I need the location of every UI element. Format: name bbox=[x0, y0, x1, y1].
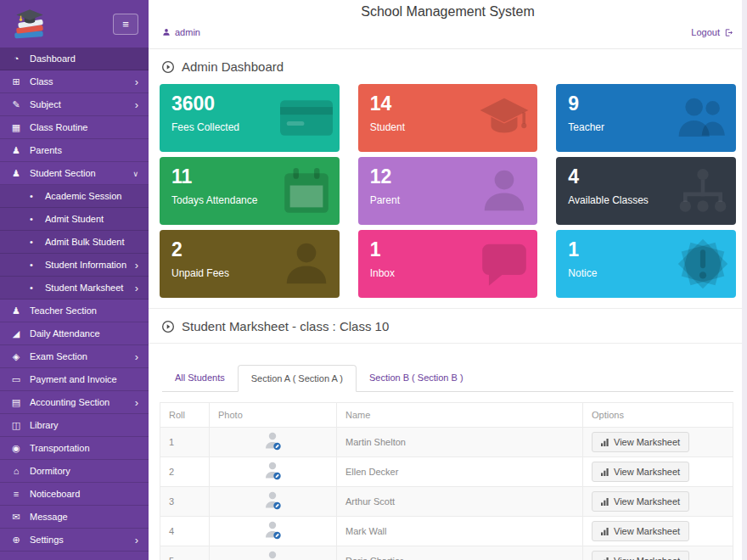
user-icon bbox=[10, 145, 22, 156]
bar-chart-icon bbox=[601, 439, 609, 446]
view-marksheet-button[interactable]: View Marksheet bbox=[592, 491, 689, 512]
stat-card-inbox[interactable]: 1 Inbox bbox=[358, 230, 538, 298]
circle-arrow-icon bbox=[161, 60, 175, 74]
home-icon bbox=[10, 466, 22, 476]
stat-card-unpaid-fees[interactable]: 2 Unpaid Fees bbox=[160, 230, 340, 298]
bullet-icon bbox=[25, 260, 37, 270]
chevron-right-icon bbox=[135, 282, 138, 294]
sidebar-item-label: Message bbox=[30, 512, 68, 522]
marksheet-heading: Student Marksheet - class : Class 10 bbox=[149, 308, 747, 344]
sidebar-item-student-marksheet[interactable]: Student Marksheet bbox=[0, 277, 149, 300]
sidebar-item-dashboard[interactable]: Dashboard bbox=[0, 48, 149, 70]
topbar: admin Logout bbox=[149, 20, 747, 49]
sidebar-item-label: Academic Session bbox=[45, 191, 122, 201]
sidebar-item-accounting-section[interactable]: Accounting Section bbox=[0, 391, 149, 414]
main-content: School Management System admin Logout Ad… bbox=[149, 0, 747, 560]
sidebar-header: ≡ bbox=[0, 0, 149, 48]
view-marksheet-button[interactable]: View Marksheet bbox=[592, 551, 689, 560]
name-cell: Ellen Decker bbox=[337, 457, 583, 487]
sidebar-item-library[interactable]: Library bbox=[0, 414, 149, 437]
users-icon bbox=[677, 92, 729, 144]
marksheet-table-container: Roll Photo Name Options 1 Martin Shelton bbox=[160, 402, 733, 560]
stat-card-notice[interactable]: 1 Notice bbox=[556, 230, 736, 298]
user-icon bbox=[280, 238, 333, 290]
sidebar-item-student-information[interactable]: Student Information bbox=[0, 254, 149, 277]
hamburger-menu-icon[interactable]: ≡ bbox=[113, 14, 138, 35]
sidebar-item-teacher-section[interactable]: Teacher Section bbox=[0, 300, 149, 322]
current-user[interactable]: admin bbox=[162, 27, 200, 37]
photo-cell bbox=[210, 457, 337, 487]
roll-cell: 4 bbox=[160, 517, 210, 546]
sitemap-icon bbox=[10, 76, 22, 87]
scrollbar[interactable] bbox=[742, 0, 747, 560]
sidebar-item-label: Teacher Section bbox=[30, 305, 97, 316]
sidebar-item-class-routine[interactable]: Class Routine bbox=[0, 116, 149, 139]
dashboard-heading: Admin Dashboard bbox=[149, 49, 747, 83]
name-cell: Martin Shelton bbox=[337, 428, 583, 457]
bullet-icon bbox=[25, 191, 37, 201]
sidebar-item-admit-bulk-student[interactable]: Admit Bulk Student bbox=[0, 231, 149, 254]
stat-card-teacher[interactable]: 9 Teacher bbox=[556, 84, 736, 152]
tab-section-b[interactable]: Section B ( Section B ) bbox=[357, 365, 476, 391]
sidebar-item-noticeboard[interactable]: Noticeboard bbox=[0, 483, 149, 506]
stat-cards: 3600 Fees Collected 14 Student bbox=[149, 83, 747, 308]
stat-card-parent[interactable]: 12 Parent bbox=[358, 157, 538, 225]
sidebar-menu: Dashboard Class Subject Class Routine Pa… bbox=[0, 48, 149, 552]
graduation-cap-icon bbox=[478, 92, 531, 144]
calendar-icon bbox=[280, 165, 333, 217]
chevron-down-icon bbox=[132, 169, 138, 178]
sidebar-item-label: Exam Section bbox=[30, 351, 87, 361]
sidebar-item-label: Payment and Invoice bbox=[30, 374, 117, 384]
sidebar-item-label: Dashboard bbox=[30, 53, 76, 64]
column-header-roll: Roll bbox=[160, 403, 210, 428]
sidebar-item-academic-session[interactable]: Academic Session bbox=[0, 185, 149, 208]
options-cell: View Marksheet bbox=[583, 487, 733, 517]
sidebar-item-label: Class Routine bbox=[30, 122, 87, 132]
column-header-options: Options bbox=[583, 403, 733, 428]
sidebar-item-subject[interactable]: Subject bbox=[0, 93, 149, 116]
dashboard-icon bbox=[10, 53, 22, 64]
sidebar-item-dormitory[interactable]: Dormitory bbox=[0, 460, 149, 483]
photo-cell bbox=[210, 517, 337, 546]
sidebar-item-label: Admit Bulk Student bbox=[45, 237, 125, 247]
bullet-icon bbox=[25, 214, 37, 224]
sidebar-item-payment-and-invoice[interactable]: Payment and Invoice bbox=[0, 368, 149, 391]
stat-card-student[interactable]: 14 Student bbox=[358, 84, 538, 152]
map-pin-icon bbox=[10, 443, 22, 454]
users-icon bbox=[10, 168, 22, 179]
sitemap-icon bbox=[677, 165, 729, 217]
stat-card-fees-collected[interactable]: 3600 Fees Collected bbox=[160, 84, 340, 152]
view-marksheet-button[interactable]: View Marksheet bbox=[592, 432, 689, 452]
sidebar-item-admit-student[interactable]: Admit Student bbox=[0, 208, 149, 231]
calendar-icon bbox=[10, 122, 22, 133]
view-marksheet-label: View Marksheet bbox=[614, 526, 680, 536]
roll-cell: 3 bbox=[160, 487, 210, 517]
table-header-row: Roll Photo Name Options bbox=[160, 403, 733, 428]
credit-card-icon bbox=[280, 92, 333, 144]
sidebar-item-class[interactable]: Class bbox=[0, 70, 149, 93]
chevron-right-icon bbox=[135, 98, 138, 111]
chevron-right-icon bbox=[135, 396, 138, 409]
sidebar-item-message[interactable]: Message bbox=[0, 506, 149, 529]
options-cell: View Marksheet bbox=[583, 428, 733, 457]
marksheet-tabs: All Students Section A ( Section A ) Sec… bbox=[162, 365, 733, 392]
bar-chart-icon bbox=[601, 498, 609, 506]
view-marksheet-button[interactable]: View Marksheet bbox=[592, 462, 689, 482]
view-marksheet-button[interactable]: View Marksheet bbox=[592, 521, 689, 541]
tab-section-a[interactable]: Section A ( Section A ) bbox=[238, 365, 357, 392]
subject-icon bbox=[10, 99, 22, 110]
burst-exclamation-icon bbox=[677, 238, 729, 290]
view-marksheet-label: View Marksheet bbox=[614, 496, 680, 507]
sidebar-item-student-section[interactable]: Student Section bbox=[0, 162, 149, 185]
sidebar-item-daily-attendance[interactable]: Daily Attendance bbox=[0, 322, 149, 345]
logout-link[interactable]: Logout bbox=[691, 27, 733, 37]
stat-card-available-classes[interactable]: 4 Available Classes bbox=[556, 157, 736, 225]
stat-card-todays-attendance[interactable]: 11 Todays Attendance bbox=[160, 157, 340, 225]
tab-all-students[interactable]: All Students bbox=[162, 365, 238, 391]
app-window: ≡ Dashboard Class Subject Class Routine bbox=[0, 0, 747, 560]
sidebar-item-transportation[interactable]: Transportation bbox=[0, 437, 149, 460]
sidebar-item-exam-section[interactable]: Exam Section bbox=[0, 345, 149, 368]
photo-cell bbox=[210, 428, 337, 457]
sidebar-item-parents[interactable]: Parents bbox=[0, 139, 149, 162]
sidebar-item-settings[interactable]: Settings bbox=[0, 529, 149, 552]
